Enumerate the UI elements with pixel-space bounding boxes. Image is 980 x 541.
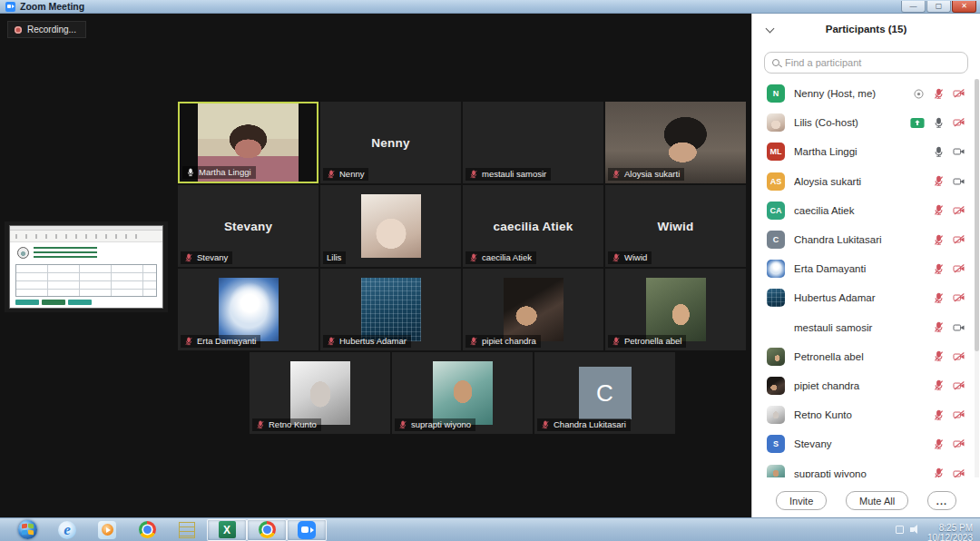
video-off-icon[interactable] [953,116,965,129]
video-tile[interactable]: Retno Kunto [250,352,390,434]
video-tile[interactable]: C Chandra Lukitasari [534,352,675,434]
video-on-icon[interactable] [953,175,965,188]
tile-label: Retno Kunto [252,418,321,431]
participant-avatar [767,348,785,366]
participant-row[interactable]: Hubertus Adamar [752,283,975,312]
video-off-icon[interactable] [953,233,965,246]
video-off-icon[interactable] [953,408,965,421]
tile-label: Aloysia sukarti [608,168,684,181]
minimize-button[interactable]: — [901,1,926,13]
mic-muted-icon[interactable] [933,234,945,246]
video-tile[interactable]: mestauli samosir [463,102,603,183]
mic-muted-icon[interactable] [933,350,945,362]
mic-muted-icon[interactable] [933,379,945,391]
participant-icons [933,145,965,158]
participant-name: Aloysia sukarti [794,176,933,187]
invite-button[interactable]: Invite [776,491,827,510]
start-button[interactable] [7,519,47,541]
video-tile[interactable]: Aloysia sukarti [605,102,746,183]
maximize-button[interactable]: ▢ [926,1,951,13]
video-off-icon[interactable] [953,350,965,363]
video-tile[interactable]: pipiet chandra [463,269,603,350]
participant-row[interactable]: Lilis (Co-host) [752,108,975,137]
participant-name: Chandra Lukitasari [794,234,933,245]
close-button[interactable]: ✕ [952,1,976,13]
participant-row[interactable]: Petronella abel [752,342,975,371]
excel-icon[interactable]: X [207,519,247,541]
participant-row[interactable]: suprapti wiyono [752,458,975,477]
participant-row[interactable]: Retno Kunto [752,400,975,429]
taskbar-clock[interactable]: 8:25 PM 10/12/2023 [927,523,973,541]
participant-row[interactable]: ML Martha Linggi [752,137,975,166]
chrome-icon[interactable] [127,519,167,541]
mic-muted-icon[interactable] [933,467,945,477]
mute-all-button[interactable]: Mute All [846,491,908,510]
search-input[interactable] [785,57,960,68]
participant-search-box[interactable] [764,52,968,74]
video-tile[interactable]: Martha Linggi [178,102,318,183]
media-player-icon[interactable] [87,519,127,541]
chrome-window-icon[interactable] [247,519,287,541]
tile-label: Petronella abel [608,335,686,348]
speaker-icon[interactable] [910,525,921,535]
video-tile[interactable]: Erta Damayanti [178,269,318,350]
participant-row[interactable]: Erta Damayanti [752,254,975,283]
participant-row[interactable]: AS Aloysia sukarti [752,167,975,196]
participant-row[interactable]: C Chandra Lukitasari [752,225,975,254]
mic-muted-icon[interactable] [933,204,945,216]
video-tile[interactable]: Nenny Nenny [320,102,461,183]
video-off-icon[interactable] [953,467,965,477]
video-off-icon[interactable] [953,379,965,392]
participant-row[interactable]: N Nenny (Host, me) [752,79,975,108]
mic-muted-icon[interactable] [933,321,945,333]
tile-name: Retno Kunto [269,419,317,429]
zoom-app-icon [5,2,15,12]
participant-row[interactable]: CA caecilia Atiek [752,196,975,225]
mic-muted-icon[interactable] [933,88,945,100]
scrollbar-thumb[interactable] [975,79,979,351]
mic-muted-icon[interactable] [933,175,945,187]
system-tray: 8:25 PM 10/12/2023 [896,518,980,541]
participant-row[interactable]: S Stevany [752,429,975,458]
video-off-icon[interactable] [953,87,965,100]
mic-muted-icon[interactable] [933,292,945,304]
tile-label: Erta Damayanti [181,335,260,348]
screen-share-icon [910,117,925,129]
tile-label: Lilis [323,251,346,264]
more-options-button[interactable]: ... [927,491,956,510]
profile-photo [219,278,279,341]
tray-notification-icon[interactable] [896,526,904,534]
video-on-icon[interactable] [953,145,965,158]
video-tile[interactable]: Lilis [320,185,461,267]
participant-row[interactable]: pipiet chandra [752,371,975,400]
video-tile[interactable]: Wiwid Wiwid [605,185,746,267]
video-tile[interactable]: suprapti wiyono [392,352,533,434]
mic-muted-icon[interactable] [933,263,945,275]
participant-name: Retno Kunto [794,409,933,420]
sticky-notes-icon[interactable] [167,519,207,541]
zoom-app-icon-taskbar[interactable] [287,519,327,541]
video-on-icon[interactable] [953,321,965,334]
video-tile[interactable]: Hubertus Adamar [320,269,461,350]
video-off-icon[interactable] [953,438,965,450]
video-off-icon[interactable] [953,204,965,217]
video-tile[interactable]: Stevany Stevany [178,185,318,267]
video-off-icon[interactable] [953,291,965,304]
panel-scrollbar [975,79,979,477]
mic-on-icon[interactable] [933,146,945,158]
video-tile[interactable]: Petronella abel [605,269,746,350]
video-grid-row: Erta Damayanti Hubertus Adamar pipiet ch… [178,269,746,350]
shared-screen-thumbnail[interactable] [5,221,168,312]
participant-row[interactable]: mestauli samosir [752,313,975,342]
video-off-icon[interactable] [953,262,965,275]
video-tile[interactable]: caecilia Atiek caecilia Atiek [463,185,603,267]
mic-on-icon[interactable] [933,117,945,129]
mic-muted-icon[interactable] [933,409,945,421]
chevron-down-icon[interactable] [766,25,775,34]
profile-photo [504,278,564,341]
internet-explorer-icon[interactable]: e [47,519,87,541]
participant-icons [933,438,965,450]
participants-panel: Participants (15) N Nenny (Host, me) Lil… [751,14,980,517]
mic-muted-icon[interactable] [933,438,945,450]
participant-avatar [767,465,785,477]
